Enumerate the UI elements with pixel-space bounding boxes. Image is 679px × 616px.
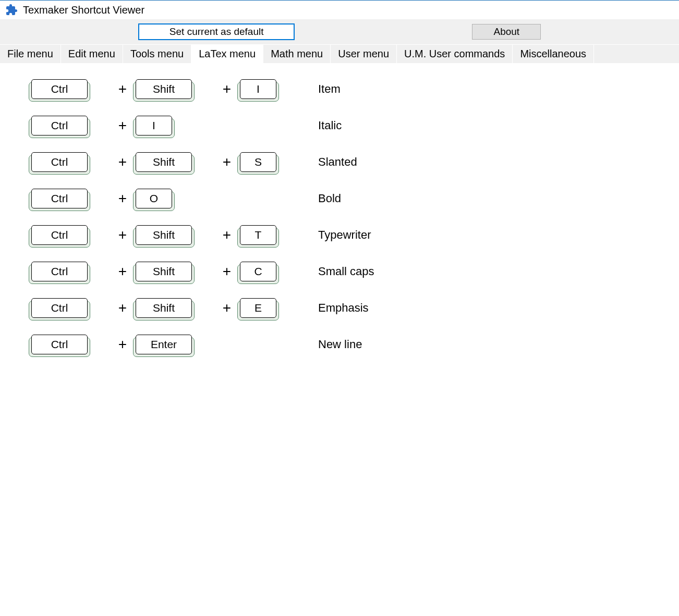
plus-icon: + (118, 154, 127, 170)
toolbar: Set current as default About (0, 19, 679, 45)
shortcut-row: Ctrl+OBold (31, 189, 648, 208)
key-cap: S (240, 152, 276, 172)
key-cap: Shift (136, 298, 192, 318)
tab-u-m-user-commands[interactable]: U.M. User commands (397, 45, 513, 63)
plus-icon: + (223, 227, 231, 243)
shortcut-row: Ctrl+Shift+IItem (31, 79, 648, 99)
key-cap: C (240, 262, 276, 281)
key-cap: Ctrl (31, 262, 88, 281)
plus-icon: + (118, 227, 127, 243)
shortcut-list: Ctrl+Shift+IItemCtrl+IItalicCtrl+Shift+S… (0, 64, 679, 387)
key-cap: Shift (136, 152, 192, 172)
set-default-button[interactable]: Set current as default (138, 23, 295, 40)
plus-icon: + (118, 300, 127, 316)
plus-icon: + (118, 117, 127, 134)
key-cap: I (240, 79, 276, 99)
shortcut-row: Ctrl+Shift+CSmall caps (31, 262, 648, 281)
plus-icon: + (118, 81, 127, 97)
key-cap: Enter (136, 335, 192, 354)
window-title: Texmaker Shortcut Viewer (23, 4, 144, 16)
shortcut-row: Ctrl+IItalic (31, 116, 648, 135)
shortcut-row: Ctrl+Shift+SSlanted (31, 152, 648, 172)
key-cap: I (136, 116, 172, 135)
tab-miscellaneous[interactable]: Miscellaneous (513, 45, 594, 63)
key-cap: Ctrl (31, 225, 88, 245)
plus-icon: + (223, 81, 231, 97)
shortcut-description: New line (318, 338, 362, 351)
tab-math-menu[interactable]: Math menu (263, 45, 331, 63)
plus-icon: + (118, 190, 127, 207)
shortcut-description: Slanted (318, 155, 357, 169)
plus-icon: + (223, 300, 231, 316)
plus-icon: + (118, 336, 127, 353)
shortcut-description: Small caps (318, 265, 374, 278)
tab-tools-menu[interactable]: Tools menu (123, 45, 191, 63)
plus-icon: + (118, 263, 127, 280)
shortcut-description: Item (318, 82, 341, 96)
shortcut-description: Bold (318, 192, 341, 205)
shortcut-description: Typewriter (318, 228, 371, 242)
titlebar: Texmaker Shortcut Viewer (0, 1, 679, 19)
shortcut-row: Ctrl+EnterNew line (31, 335, 648, 354)
key-cap: Ctrl (31, 298, 88, 318)
tab-file-menu[interactable]: File menu (0, 45, 61, 63)
key-cap: Ctrl (31, 116, 88, 135)
key-cap: Shift (136, 79, 192, 99)
shortcut-description: Italic (318, 119, 342, 132)
shortcut-row: Ctrl+Shift+EEmphasis (31, 298, 648, 318)
key-cap: Ctrl (31, 152, 88, 172)
key-cap: Ctrl (31, 335, 88, 354)
key-cap: E (240, 298, 276, 318)
about-button[interactable]: About (472, 24, 541, 40)
key-cap: T (240, 225, 276, 245)
key-cap: Ctrl (31, 79, 88, 99)
plus-icon: + (223, 263, 231, 280)
tab-latex-menu[interactable]: LaTex menu (191, 45, 263, 63)
plus-icon: + (223, 154, 231, 170)
key-cap: O (136, 189, 172, 208)
tab-edit-menu[interactable]: Edit menu (61, 45, 123, 63)
puzzle-icon (5, 4, 18, 16)
key-cap: Shift (136, 262, 192, 281)
shortcut-description: Emphasis (318, 301, 369, 315)
key-cap: Shift (136, 225, 192, 245)
shortcut-row: Ctrl+Shift+TTypewriter (31, 225, 648, 245)
key-cap: Ctrl (31, 189, 88, 208)
tab-bar: File menuEdit menuTools menuLaTex menuMa… (0, 45, 679, 64)
tab-user-menu[interactable]: User menu (331, 45, 397, 63)
